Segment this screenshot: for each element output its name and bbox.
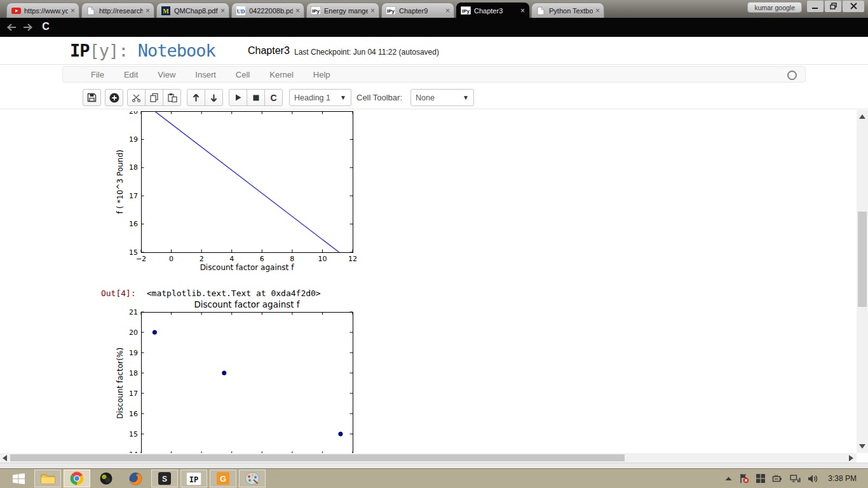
- restart-kernel-button[interactable]: C: [264, 89, 283, 106]
- michigan-m-icon: M: [161, 6, 171, 15]
- notebook-toolbar: C Heading 1 ▼ Cell Toolbar: None ▼: [0, 85, 868, 109]
- notebook-title[interactable]: Chapter3: [248, 45, 290, 57]
- minimize-button[interactable]: [807, 1, 824, 12]
- tab-close-icon[interactable]: ×: [370, 8, 375, 14]
- tab-close-icon[interactable]: ×: [71, 8, 75, 14]
- action-center[interactable]: [739, 473, 749, 484]
- show-hidden-icons[interactable]: [725, 476, 732, 481]
- tab-python-textboo[interactable]: Python Textboo×: [531, 3, 604, 18]
- tab-close-icon[interactable]: ×: [295, 8, 300, 14]
- svg-text:18: 18: [129, 163, 138, 172]
- taskbar-s-app[interactable]: S: [151, 470, 178, 487]
- menu-cell[interactable]: Cell: [236, 70, 250, 79]
- toolbar-group-2: [127, 89, 181, 106]
- cell-toolbar-value: None: [416, 93, 435, 102]
- menu-kernel[interactable]: Kernel: [269, 70, 294, 79]
- taskbar-firefox[interactable]: [122, 470, 149, 487]
- ipython-icon: IPy: [461, 6, 471, 15]
- palette-icon: [245, 472, 259, 485]
- svg-text:4: 4: [229, 255, 234, 263]
- cut-cell-button[interactable]: [127, 89, 146, 106]
- taskbar-clock[interactable]: 3:38 PM: [828, 474, 857, 483]
- status-strip: [0, 463, 868, 468]
- tray-battery[interactable]: [772, 474, 783, 484]
- taskbar-paint-app[interactable]: [239, 470, 266, 487]
- run-cell-button[interactable]: [229, 89, 247, 106]
- scroll-left-arrow[interactable]: [3, 455, 7, 461]
- restore-icon: [830, 1, 837, 12]
- interrupt-kernel-button[interactable]: [247, 89, 265, 106]
- tab-https-www-you[interactable]: https://www.you×: [6, 3, 79, 18]
- forward-icon[interactable]: [20, 20, 36, 35]
- taskbar-file-explorer[interactable]: [34, 470, 61, 487]
- toolbar-group-4: C: [229, 89, 283, 106]
- speaker-icon: [808, 474, 818, 484]
- move-cell-down-button[interactable]: [205, 89, 223, 106]
- taskbar-g-app[interactable]: G: [210, 470, 236, 487]
- tab-close-icon[interactable]: ×: [146, 8, 150, 14]
- vertical-scrollbar[interactable]: [857, 110, 868, 453]
- ud-icon: UD: [236, 6, 246, 15]
- copy-cell-button[interactable]: [145, 89, 163, 106]
- tab-close-icon[interactable]: ×: [520, 8, 525, 14]
- dark-orb-icon: [100, 472, 112, 485]
- tab-close-icon[interactable]: ×: [445, 8, 450, 14]
- profile-badge[interactable]: kumar google: [747, 2, 802, 13]
- tray-volume[interactable]: [808, 474, 818, 484]
- tab-qmchap8-pdf[interactable]: MQMChap8.pdf×: [156, 3, 229, 18]
- firefox-icon: [129, 472, 142, 485]
- tab-chapter9[interactable]: IPyChapter9×: [381, 3, 454, 18]
- tab-energy-mangem[interactable]: IPyEnergy mangem×: [306, 3, 379, 18]
- menu-insert[interactable]: Insert: [195, 70, 216, 79]
- vertical-scroll-thumb[interactable]: [858, 212, 867, 307]
- chevron-down-icon: ▼: [463, 94, 469, 101]
- tray-icons: [725, 473, 818, 484]
- tab-label: Python Textboo: [549, 7, 593, 15]
- svg-text:17: 17: [129, 390, 138, 398]
- toolbar-group-3: [187, 89, 223, 106]
- chart-0: −2024681012151617181920Discount factor a…: [116, 111, 357, 272]
- tray-network[interactable]: [790, 474, 801, 484]
- cell-toolbar-select[interactable]: None ▼: [410, 89, 474, 106]
- start-button[interactable]: [5, 470, 32, 487]
- add-cell-button[interactable]: [105, 89, 123, 106]
- menu-items: FileEditViewInsertCellKernelHelp: [63, 70, 350, 79]
- reload-icon[interactable]: C: [38, 19, 53, 34]
- restore-button[interactable]: [825, 1, 841, 12]
- taskbar-dark-orb-app[interactable]: [93, 470, 119, 487]
- close-button[interactable]: [843, 1, 864, 12]
- tab-http-research-[interactable]: http://research.×: [81, 3, 154, 18]
- out-value: <matplotlib.text.Text at 0xda4f2d0>: [147, 288, 321, 298]
- scroll-down-arrow[interactable]: [859, 444, 865, 449]
- tab-close-icon[interactable]: ×: [220, 8, 225, 14]
- tab-04222008b-pdf[interactable]: UD04222008b.pdf×: [231, 3, 304, 18]
- tab-label: Energy mangem: [324, 7, 368, 15]
- taskbar-ipython[interactable]: IP: [180, 470, 207, 487]
- svg-text:2: 2: [200, 255, 204, 263]
- tab-close-icon[interactable]: ×: [595, 8, 600, 14]
- paste-cell-button[interactable]: [163, 89, 181, 106]
- horizontal-scroll-thumb[interactable]: [10, 454, 625, 461]
- document-icon: [536, 6, 546, 15]
- ipython-logo[interactable]: IP[y]: Notebook: [70, 41, 215, 60]
- back-icon[interactable]: [4, 20, 19, 35]
- scroll-up-arrow[interactable]: [859, 114, 865, 119]
- scroll-right-arrow[interactable]: [849, 455, 853, 461]
- svg-text:IP: IP: [189, 475, 198, 484]
- cell-type-select[interactable]: Heading 1 ▼: [289, 89, 351, 106]
- chrome-icon: [70, 471, 84, 485]
- svg-text:G: G: [220, 474, 226, 484]
- save-button[interactable]: [83, 89, 101, 106]
- horizontal-scrollbar[interactable]: [0, 453, 857, 463]
- tray-windows[interactable]: [756, 474, 765, 483]
- move-cell-up-button[interactable]: [187, 89, 205, 106]
- network-icon: [790, 474, 801, 484]
- notebook-header: IP[y]: Notebook Chapter3 Last Checkpoint…: [0, 37, 868, 65]
- menu-help[interactable]: Help: [313, 70, 330, 79]
- menu-edit[interactable]: Edit: [124, 70, 138, 79]
- tab-chapter3[interactable]: IPyChapter3×: [456, 3, 529, 18]
- menu-view[interactable]: View: [158, 70, 175, 79]
- taskbar-chrome[interactable]: [64, 470, 90, 487]
- menu-file[interactable]: File: [91, 70, 104, 79]
- scatter-point: [153, 330, 156, 334]
